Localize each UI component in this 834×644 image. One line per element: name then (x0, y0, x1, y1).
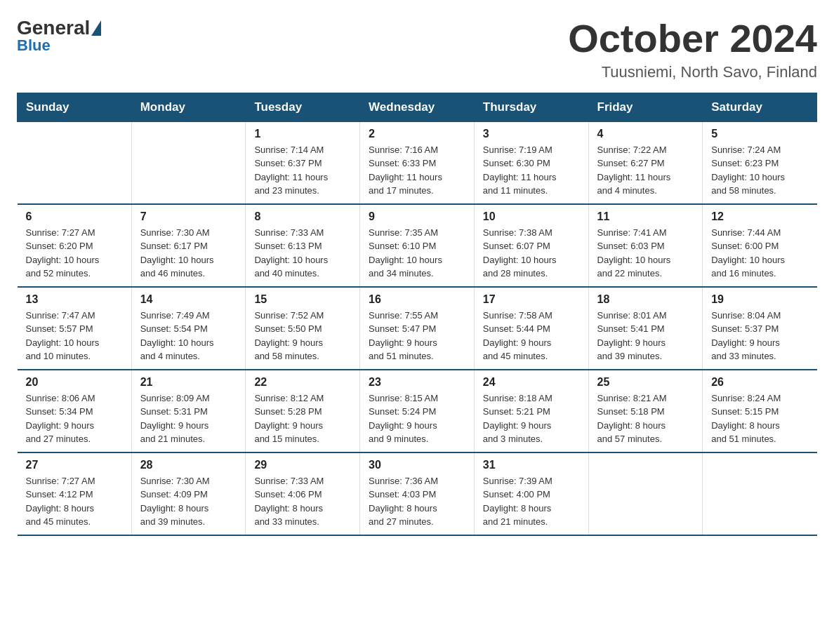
calendar-cell: 16Sunrise: 7:55 AM Sunset: 5:47 PM Dayli… (360, 287, 475, 370)
calendar-cell: 28Sunrise: 7:30 AM Sunset: 4:09 PM Dayli… (131, 452, 246, 535)
day-number: 21 (140, 376, 237, 389)
calendar-cell: 20Sunrise: 8:06 AM Sunset: 5:34 PM Dayli… (18, 370, 132, 452)
day-number: 14 (140, 293, 237, 306)
day-info: Sunrise: 7:52 AM Sunset: 5:50 PM Dayligh… (254, 309, 351, 363)
header-thursday: Thursday (474, 93, 588, 121)
day-number: 10 (483, 210, 580, 223)
day-info: Sunrise: 7:39 AM Sunset: 4:00 PM Dayligh… (483, 474, 580, 529)
day-info: Sunrise: 7:27 AM Sunset: 6:20 PM Dayligh… (26, 226, 123, 281)
day-info: Sunrise: 7:35 AM Sunset: 6:10 PM Dayligh… (369, 226, 465, 281)
header-sunday: Sunday (18, 93, 132, 121)
main-title: October 2024 (568, 17, 817, 60)
calendar-cell: 24Sunrise: 8:18 AM Sunset: 5:21 PM Dayli… (474, 370, 588, 452)
location-title: Tuusniemi, North Savo, Finland (568, 63, 817, 81)
calendar-cell: 4Sunrise: 7:22 AM Sunset: 6:27 PM Daylig… (588, 121, 703, 204)
day-number: 25 (597, 376, 694, 389)
calendar-cell: 17Sunrise: 7:58 AM Sunset: 5:44 PM Dayli… (474, 287, 588, 370)
day-number: 12 (711, 210, 808, 223)
calendar-cell (131, 121, 246, 204)
calendar-cell: 19Sunrise: 8:04 AM Sunset: 5:37 PM Dayli… (703, 287, 817, 370)
day-info: Sunrise: 7:41 AM Sunset: 6:03 PM Dayligh… (597, 226, 694, 281)
title-area: October 2024 Tuusniemi, North Savo, Finl… (568, 17, 817, 81)
day-info: Sunrise: 8:01 AM Sunset: 5:41 PM Dayligh… (597, 309, 694, 363)
calendar-cell: 10Sunrise: 7:38 AM Sunset: 6:07 PM Dayli… (474, 204, 588, 287)
logo-triangle-icon (91, 20, 101, 36)
day-number: 7 (140, 210, 237, 223)
day-info: Sunrise: 7:33 AM Sunset: 6:13 PM Dayligh… (254, 226, 351, 281)
calendar-cell: 30Sunrise: 7:36 AM Sunset: 4:03 PM Dayli… (360, 452, 475, 535)
day-number: 1 (254, 128, 351, 140)
day-number: 18 (597, 293, 694, 306)
day-info: Sunrise: 7:19 AM Sunset: 6:30 PM Dayligh… (483, 143, 580, 198)
day-info: Sunrise: 7:44 AM Sunset: 6:00 PM Dayligh… (711, 226, 808, 281)
calendar-cell (588, 452, 703, 535)
day-info: Sunrise: 8:24 AM Sunset: 5:15 PM Dayligh… (711, 391, 808, 446)
day-number: 24 (483, 376, 580, 389)
day-info: Sunrise: 7:58 AM Sunset: 5:44 PM Dayligh… (483, 309, 580, 363)
day-number: 23 (369, 376, 465, 389)
day-number: 31 (483, 459, 580, 471)
logo: General Blue (17, 17, 102, 55)
calendar-cell: 21Sunrise: 8:09 AM Sunset: 5:31 PM Dayli… (131, 370, 246, 452)
calendar-cell: 11Sunrise: 7:41 AM Sunset: 6:03 PM Dayli… (588, 204, 703, 287)
day-number: 26 (711, 376, 808, 389)
calendar-week-row: 6Sunrise: 7:27 AM Sunset: 6:20 PM Daylig… (18, 204, 817, 287)
day-info: Sunrise: 8:12 AM Sunset: 5:28 PM Dayligh… (254, 391, 351, 446)
day-number: 20 (26, 376, 123, 389)
day-number: 11 (597, 210, 694, 223)
day-info: Sunrise: 7:30 AM Sunset: 6:17 PM Dayligh… (140, 226, 237, 281)
day-info: Sunrise: 7:14 AM Sunset: 6:37 PM Dayligh… (254, 143, 351, 198)
header-saturday: Saturday (703, 93, 817, 121)
calendar-cell (18, 121, 132, 204)
day-number: 29 (254, 459, 351, 471)
day-number: 13 (26, 293, 123, 306)
calendar-cell: 12Sunrise: 7:44 AM Sunset: 6:00 PM Dayli… (703, 204, 817, 287)
day-info: Sunrise: 7:55 AM Sunset: 5:47 PM Dayligh… (369, 309, 465, 363)
logo-blue-text: Blue (17, 36, 51, 55)
calendar-header-row: SundayMondayTuesdayWednesdayThursdayFrid… (18, 93, 817, 121)
day-number: 6 (26, 210, 123, 223)
calendar-cell: 7Sunrise: 7:30 AM Sunset: 6:17 PM Daylig… (131, 204, 246, 287)
page-header: General Blue October 2024 Tuusniemi, Nor… (17, 17, 817, 81)
day-number: 4 (597, 128, 694, 140)
calendar-cell: 5Sunrise: 7:24 AM Sunset: 6:23 PM Daylig… (703, 121, 817, 204)
calendar-week-row: 20Sunrise: 8:06 AM Sunset: 5:34 PM Dayli… (18, 370, 817, 452)
calendar-cell: 25Sunrise: 8:21 AM Sunset: 5:18 PM Dayli… (588, 370, 703, 452)
calendar-cell: 31Sunrise: 7:39 AM Sunset: 4:00 PM Dayli… (474, 452, 588, 535)
header-tuesday: Tuesday (246, 93, 360, 121)
header-friday: Friday (588, 93, 703, 121)
calendar-cell: 2Sunrise: 7:16 AM Sunset: 6:33 PM Daylig… (360, 121, 475, 204)
header-wednesday: Wednesday (360, 93, 475, 121)
calendar-cell (703, 452, 817, 535)
calendar-cell: 8Sunrise: 7:33 AM Sunset: 6:13 PM Daylig… (246, 204, 360, 287)
calendar-week-row: 1Sunrise: 7:14 AM Sunset: 6:37 PM Daylig… (18, 121, 817, 204)
day-number: 17 (483, 293, 580, 306)
day-info: Sunrise: 7:22 AM Sunset: 6:27 PM Dayligh… (597, 143, 694, 198)
calendar-cell: 15Sunrise: 7:52 AM Sunset: 5:50 PM Dayli… (246, 287, 360, 370)
day-info: Sunrise: 7:27 AM Sunset: 4:12 PM Dayligh… (26, 474, 123, 529)
calendar-cell: 13Sunrise: 7:47 AM Sunset: 5:57 PM Dayli… (18, 287, 132, 370)
calendar-table: SundayMondayTuesdayWednesdayThursdayFrid… (17, 93, 817, 536)
day-number: 22 (254, 376, 351, 389)
day-info: Sunrise: 7:30 AM Sunset: 4:09 PM Dayligh… (140, 474, 237, 529)
calendar-cell: 9Sunrise: 7:35 AM Sunset: 6:10 PM Daylig… (360, 204, 475, 287)
calendar-cell: 26Sunrise: 8:24 AM Sunset: 5:15 PM Dayli… (703, 370, 817, 452)
calendar-cell: 3Sunrise: 7:19 AM Sunset: 6:30 PM Daylig… (474, 121, 588, 204)
calendar-week-row: 13Sunrise: 7:47 AM Sunset: 5:57 PM Dayli… (18, 287, 817, 370)
calendar-cell: 23Sunrise: 8:15 AM Sunset: 5:24 PM Dayli… (360, 370, 475, 452)
day-number: 28 (140, 459, 237, 471)
day-number: 27 (26, 459, 123, 471)
calendar-week-row: 27Sunrise: 7:27 AM Sunset: 4:12 PM Dayli… (18, 452, 817, 535)
day-info: Sunrise: 7:24 AM Sunset: 6:23 PM Dayligh… (711, 143, 808, 198)
calendar-cell: 29Sunrise: 7:33 AM Sunset: 4:06 PM Dayli… (246, 452, 360, 535)
day-info: Sunrise: 8:09 AM Sunset: 5:31 PM Dayligh… (140, 391, 237, 446)
day-number: 5 (711, 128, 808, 140)
day-info: Sunrise: 7:36 AM Sunset: 4:03 PM Dayligh… (369, 474, 465, 529)
calendar-cell: 22Sunrise: 8:12 AM Sunset: 5:28 PM Dayli… (246, 370, 360, 452)
day-number: 9 (369, 210, 465, 223)
day-info: Sunrise: 8:04 AM Sunset: 5:37 PM Dayligh… (711, 309, 808, 363)
calendar-cell: 1Sunrise: 7:14 AM Sunset: 6:37 PM Daylig… (246, 121, 360, 204)
day-number: 30 (369, 459, 465, 471)
day-info: Sunrise: 8:15 AM Sunset: 5:24 PM Dayligh… (369, 391, 465, 446)
day-info: Sunrise: 7:16 AM Sunset: 6:33 PM Dayligh… (369, 143, 465, 198)
